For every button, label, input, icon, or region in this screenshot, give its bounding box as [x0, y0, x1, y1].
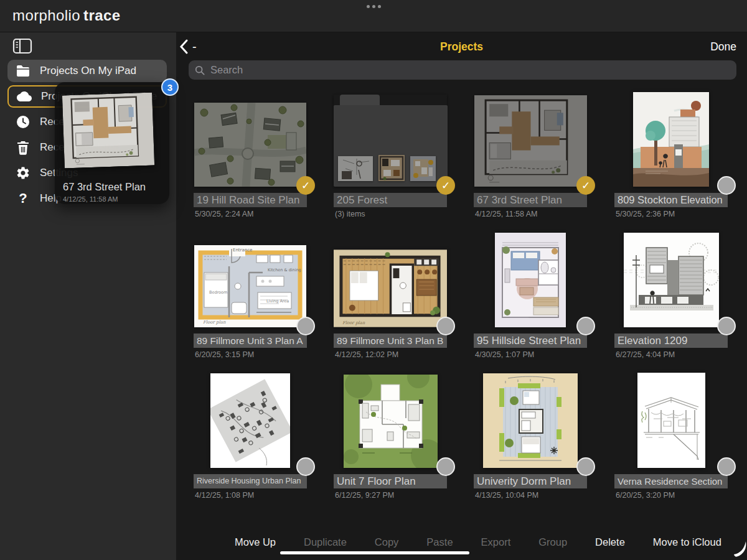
drag-count-badge: 3: [161, 78, 179, 96]
help-icon: ?: [16, 191, 31, 206]
project-meta: 5/30/25, 2:36 PM: [614, 210, 728, 218]
brand-bold: trace: [83, 7, 120, 24]
project-card-elevation-1209[interactable]: Elevation 1209 6/27/25, 4:04 PM: [614, 234, 728, 359]
folder-thumbnail: [334, 95, 447, 187]
project-title: 19 Hill Road Site Plan: [194, 193, 307, 207]
project-meta: 4/30/25, 1:07 PM: [474, 350, 587, 359]
delete-button[interactable]: Delete: [595, 536, 625, 548]
svg-text:Kitchen & dining: Kitchen & dining: [268, 268, 301, 273]
app-logo: morpholiotrace: [12, 7, 120, 24]
folder-item-thumbnail: [338, 156, 373, 181]
project-card-univerity-dorm[interactable]: Univerity Dorm Plan 4/13/25, 10:04 PM: [474, 375, 587, 500]
project-meta: 4/12/25, 12:02 PM: [334, 350, 447, 359]
selection-circle[interactable]: [296, 317, 315, 335]
project-thumbnail: [474, 95, 587, 187]
svg-text:Living Area: Living Area: [266, 299, 289, 304]
move-to-icloud-button[interactable]: Move to iCloud: [653, 536, 721, 548]
project-thumbnail: Entrance Bedroom Kitchen & dining Living…: [194, 245, 306, 327]
sidebar-toggle-button[interactable]: [12, 38, 32, 54]
selection-circle[interactable]: [576, 317, 595, 335]
selection-circle[interactable]: [436, 317, 455, 335]
search-bar: [189, 60, 736, 80]
export-button[interactable]: Export: [481, 536, 511, 548]
project-title: 95 Hillside Street Plan: [474, 334, 587, 348]
selection-circle[interactable]: [436, 457, 455, 476]
project-thumbnail: [624, 233, 719, 327]
project-meta: 6/20/25, 3:15 PM: [194, 350, 307, 359]
project-card-19-hill-road[interactable]: ✓ 19 Hill Road Site Plan 5/30/25, 2:24 A…: [194, 93, 307, 218]
svg-text:Entrance: Entrance: [233, 248, 252, 253]
project-meta: (3) items: [334, 210, 447, 218]
duplicate-button[interactable]: Duplicate: [304, 536, 347, 548]
project-title: 809 Stockton Elevation: [614, 193, 728, 207]
project-card-809-stockton[interactable]: 809 Stockton Elevation 5/30/25, 2:36 PM: [614, 93, 728, 218]
project-title: 89 Fillmore Unit 3 Plan A: [194, 334, 307, 348]
project-card-fillmore-plan-b[interactable]: Floor plan 89 Fillmore Unit 3 Plan B 4/1…: [334, 234, 447, 359]
selection-circle[interactable]: [296, 457, 315, 476]
sidebar-toggle-icon: [12, 38, 32, 54]
back-button[interactable]: -: [179, 39, 205, 55]
checkmark-icon: ✓: [441, 179, 450, 192]
app-screen: morpholiotrace Projects On My iPad: [0, 0, 747, 560]
home-indicator[interactable]: [280, 551, 469, 554]
selection-circle[interactable]: [717, 176, 736, 195]
page-curl-button[interactable]: [732, 535, 747, 560]
selection-checkmark[interactable]: ✓: [576, 176, 595, 195]
trash-icon: [16, 140, 31, 155]
svg-text:Bedroom: Bedroom: [209, 290, 227, 295]
checkmark-icon: ✓: [581, 179, 590, 192]
project-card-67-3rd-street[interactable]: ✓ 67 3rd Street Plan 4/12/25, 11:58 AM: [474, 93, 587, 218]
search-icon: [195, 65, 205, 75]
project-title: 89 Fillmore Unit 3 Plan B: [334, 334, 447, 348]
project-thumbnail: [483, 373, 578, 468]
selection-checkmark[interactable]: ✓: [436, 176, 455, 195]
project-thumbnail: [637, 373, 705, 468]
selection-circle[interactable]: [717, 317, 736, 335]
group-button[interactable]: Group: [538, 536, 567, 548]
drag-thumbnail-art: [61, 92, 156, 168]
project-title: Verna Residence Section: [614, 474, 728, 488]
drag-thumbnail[interactable]: [61, 92, 156, 168]
project-thumbnail: Floor plan: [334, 250, 447, 327]
bottom-toolbar: Move Up Duplicate Copy Paste Export Grou…: [176, 536, 747, 548]
drag-item-title: 67 3rd Street Plan: [63, 181, 166, 193]
project-card-95-hillside[interactable]: 95 Hillside Street Plan 4/30/25, 1:07 PM: [474, 234, 587, 359]
selection-circle[interactable]: [576, 457, 595, 476]
chevron-left-icon: [179, 39, 189, 55]
project-meta: 4/12/25, 1:08 PM: [194, 491, 307, 500]
paste-button[interactable]: Paste: [426, 536, 453, 548]
selection-circle[interactable]: [717, 457, 736, 476]
folder-tab: [340, 95, 380, 106]
project-title: Univerity Dorm Plan: [474, 474, 587, 488]
sidebar-item-projects-ipad[interactable]: Projects On My iPad: [7, 60, 167, 82]
project-card-verna-residence[interactable]: Verna Residence Section 6/20/25, 3:20 PM: [614, 375, 728, 500]
selection-checkmark[interactable]: ✓: [296, 176, 315, 195]
project-meta: 4/12/25, 11:58 AM: [474, 210, 587, 218]
project-thumbnail: [495, 233, 566, 327]
project-meta: 5/30/25, 2:24 AM: [194, 210, 307, 218]
multitasking-indicator[interactable]: [0, 5, 747, 8]
page-title: Projects: [176, 40, 747, 54]
project-title: Elevation 1209: [614, 334, 728, 348]
cloud-icon: [17, 89, 32, 104]
gear-icon: [16, 166, 31, 180]
project-folder-205-forest[interactable]: ✓ 205 Forest (3) items: [334, 93, 447, 218]
move-up-button[interactable]: Move Up: [235, 536, 276, 548]
project-title: Unit 7 Floor Plan: [334, 474, 447, 488]
drag-item-date: 4/12/25, 11:58 AM: [63, 195, 118, 203]
project-meta: 6/12/25, 9:27 PM: [334, 491, 447, 500]
done-button[interactable]: Done: [710, 40, 736, 54]
project-meta: 4/13/25, 10:04 PM: [474, 491, 587, 500]
project-card-unit-7[interactable]: Unit 7 Floor Plan 6/12/25, 9:27 PM: [334, 375, 447, 500]
folder-body: [334, 105, 448, 187]
page-curl-icon: [732, 535, 747, 558]
project-title: 67 3rd Street Plan: [474, 193, 587, 207]
copy-button[interactable]: Copy: [375, 536, 399, 548]
search-input[interactable]: [209, 63, 730, 77]
sidebar-item-label: Projects On My iPad: [40, 65, 136, 77]
brand-light: morpholio: [12, 7, 80, 24]
folder-icon: [16, 63, 31, 78]
project-card-riverside-housing[interactable]: Riverside Housing Urban Plan 4/12/25, 1:…: [194, 375, 307, 500]
top-bar: morpholiotrace: [0, 0, 747, 32]
project-card-fillmore-plan-a[interactable]: Entrance Bedroom Kitchen & dining Living…: [194, 234, 307, 359]
